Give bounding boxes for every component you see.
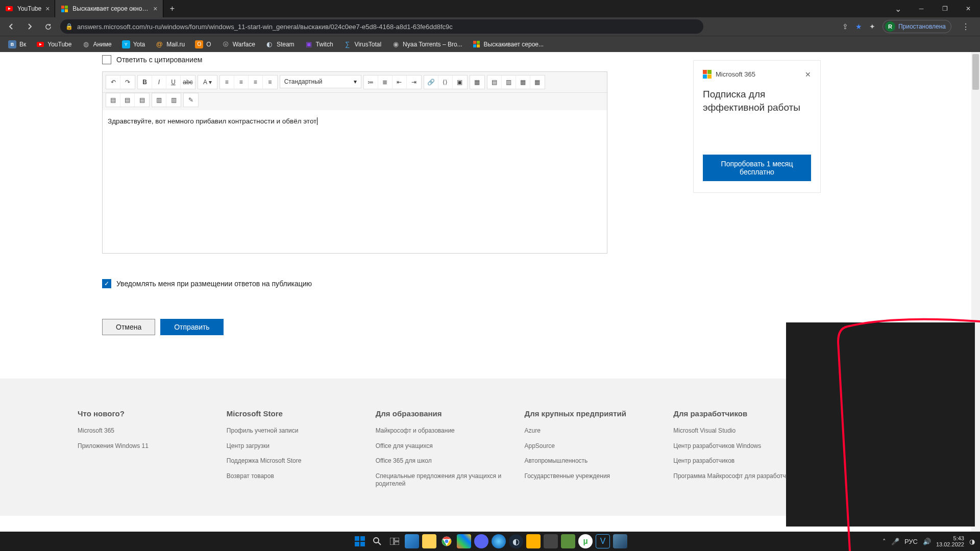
bookmark-star-icon[interactable]: ★ bbox=[855, 22, 862, 31]
table-cell-button[interactable]: ▦ bbox=[516, 76, 530, 89]
footer-link[interactable]: Специальные предложения для учащихся и р… bbox=[376, 472, 504, 488]
notifications-icon[interactable]: ◑ bbox=[969, 538, 975, 545]
image-button[interactable]: ▣ bbox=[453, 76, 467, 89]
insert-row-above-button[interactable]: ▤ bbox=[106, 93, 120, 107]
font-color-button[interactable]: A ▾ bbox=[198, 76, 217, 89]
table-row-button[interactable]: ▤ bbox=[487, 76, 502, 89]
link-button[interactable]: 🔗 bbox=[424, 76, 438, 89]
footer-link[interactable]: Microsoft 365 bbox=[78, 427, 206, 435]
footer-link[interactable]: AppSource bbox=[524, 442, 653, 450]
grey-popup-window[interactable] bbox=[786, 322, 975, 527]
volume-icon[interactable]: 🔊 bbox=[923, 538, 931, 545]
extensions-icon[interactable]: ✦ bbox=[869, 22, 875, 31]
close-icon[interactable]: × bbox=[45, 5, 50, 13]
taskbar-app-explorer[interactable] bbox=[422, 534, 436, 548]
forward-button[interactable] bbox=[21, 18, 38, 35]
footer-link[interactable]: Центр загрузки bbox=[227, 442, 355, 450]
address-bar[interactable]: 🔒 answers.microsoft.com/ru-ru/windows/fo… bbox=[60, 19, 703, 34]
bold-button[interactable]: B bbox=[138, 76, 152, 89]
reload-button[interactable] bbox=[40, 18, 56, 35]
bookmark-o[interactable]: OО bbox=[191, 38, 215, 51]
submit-button[interactable]: Отправить bbox=[160, 319, 223, 335]
cancel-button[interactable]: Отмена bbox=[102, 319, 155, 335]
footer-link[interactable]: Приложения Windows 11 bbox=[78, 442, 206, 450]
window-minimize-button[interactable]: ─ bbox=[910, 0, 933, 17]
table-merge-button[interactable]: ▦ bbox=[530, 76, 545, 89]
table-button[interactable]: ▦ bbox=[470, 76, 484, 89]
align-right-button[interactable]: ≡ bbox=[249, 76, 263, 89]
footer-link[interactable]: Office для учащихся bbox=[376, 442, 504, 450]
bookmark-mailru[interactable]: @Mail.ru bbox=[151, 38, 189, 51]
italic-button[interactable]: I bbox=[152, 76, 166, 89]
tray-overflow-icon[interactable]: ˄ bbox=[883, 538, 886, 545]
code-button[interactable]: ⟨⟩ bbox=[438, 76, 453, 89]
taskbar-app-generic5[interactable] bbox=[613, 534, 627, 548]
unordered-list-button[interactable]: ≣ bbox=[378, 76, 393, 89]
taskview-button[interactable] bbox=[387, 534, 402, 548]
taskbar-app-photos[interactable] bbox=[405, 534, 419, 548]
share-icon[interactable]: ⇪ bbox=[842, 22, 848, 31]
profile-button[interactable]: R Приостановлена bbox=[883, 20, 951, 33]
bookmark-warface[interactable]: ⦾Warface bbox=[217, 38, 259, 51]
taskbar-app-generic1[interactable] bbox=[492, 534, 506, 548]
outdent-button[interactable]: ⇤ bbox=[393, 76, 407, 89]
underline-button[interactable]: U bbox=[166, 76, 181, 89]
footer-link[interactable]: Azure bbox=[524, 427, 653, 435]
indent-button[interactable]: ⇥ bbox=[407, 76, 421, 89]
new-tab-button[interactable]: + bbox=[163, 0, 182, 17]
table-col-button[interactable]: ▥ bbox=[502, 76, 516, 89]
bookmark-steam[interactable]: ◐Steam bbox=[261, 38, 299, 51]
align-center-button[interactable]: ≡ bbox=[234, 76, 249, 89]
tab-search-icon[interactable]: ⌄ bbox=[886, 4, 910, 14]
kebab-menu-icon[interactable]: ⋮ bbox=[959, 22, 973, 32]
taskbar-app-generic2[interactable] bbox=[526, 534, 541, 548]
editor-textarea[interactable]: Здравствуйте, вот немного прибавил контр… bbox=[103, 110, 607, 253]
taskbar-app-generic3[interactable] bbox=[544, 534, 558, 548]
scrollbar-thumb[interactable] bbox=[972, 54, 979, 90]
language-indicator[interactable]: РУС bbox=[904, 538, 918, 545]
taskbar-app-chrome[interactable] bbox=[439, 534, 454, 548]
align-justify-button[interactable]: ≡ bbox=[263, 76, 277, 89]
footer-link[interactable]: Microsoft Visual Studio bbox=[673, 427, 802, 435]
bookmark-yota[interactable]: YYota bbox=[118, 38, 150, 51]
undo-button[interactable]: ↶ bbox=[106, 76, 120, 89]
bookmark-virustotal[interactable]: ∑VirusTotal bbox=[339, 38, 385, 51]
ad-cta-button[interactable]: Попробовать 1 месяц бесплатно bbox=[703, 155, 811, 181]
bookmark-vk[interactable]: BВк bbox=[4, 38, 30, 51]
search-button[interactable] bbox=[370, 534, 384, 548]
window-maximize-button[interactable]: ❐ bbox=[933, 0, 957, 17]
delete-row-button[interactable]: ▤ bbox=[135, 93, 149, 107]
start-button[interactable] bbox=[353, 534, 367, 548]
clock[interactable]: 5:43 13.02.2022 bbox=[936, 535, 964, 547]
clear-format-button[interactable]: ✎ bbox=[184, 93, 198, 107]
align-left-button[interactable]: ≡ bbox=[220, 76, 234, 89]
taskbar-app-utorrent[interactable]: µ bbox=[578, 534, 593, 548]
close-icon[interactable]: × bbox=[153, 5, 157, 13]
footer-link[interactable]: Профиль учетной записи bbox=[227, 427, 355, 435]
taskbar-app-discord[interactable] bbox=[474, 534, 488, 548]
bookmark-msanswers[interactable]: Выскакивает серое... bbox=[469, 38, 548, 51]
back-button[interactable] bbox=[3, 18, 19, 35]
mic-icon[interactable]: 🎤 bbox=[891, 538, 899, 545]
taskbar-app-steam[interactable]: ◐ bbox=[509, 534, 523, 548]
browser-tab-youtube[interactable]: YouTube × bbox=[0, 0, 55, 17]
footer-link[interactable]: Автопромышленность bbox=[524, 457, 653, 465]
strike-button[interactable]: abc bbox=[181, 76, 195, 89]
taskbar-app-generic4[interactable]: V bbox=[596, 534, 610, 548]
footer-link[interactable]: Центр разработчиков Windows bbox=[673, 442, 802, 450]
footer-link[interactable]: Возврат товаров bbox=[227, 472, 355, 481]
footer-link[interactable]: Государственные учреждения bbox=[524, 472, 653, 481]
bookmark-nyaa[interactable]: ◉Nyaa Torrents – Bro... bbox=[387, 38, 467, 51]
taskbar-app-rubik[interactable] bbox=[457, 534, 471, 548]
insert-row-below-button[interactable]: ▤ bbox=[120, 93, 135, 107]
paragraph-style-select[interactable]: Стандартный▾ bbox=[280, 75, 361, 88]
browser-tab-msanswers[interactable]: Выскакивает серое окно в прав × bbox=[55, 0, 163, 17]
ordered-list-button[interactable]: ≔ bbox=[364, 76, 378, 89]
window-close-button[interactable]: ✕ bbox=[957, 0, 980, 17]
footer-link[interactable]: Office 365 для школ bbox=[376, 457, 504, 465]
footer-link[interactable]: Майкрософт и образование bbox=[376, 427, 504, 435]
footer-link[interactable]: Центр разработчиков bbox=[673, 457, 802, 465]
insert-col-right-button[interactable]: ▥ bbox=[166, 93, 181, 107]
quote-checkbox[interactable] bbox=[102, 55, 111, 64]
close-icon[interactable]: ✕ bbox=[805, 70, 811, 79]
